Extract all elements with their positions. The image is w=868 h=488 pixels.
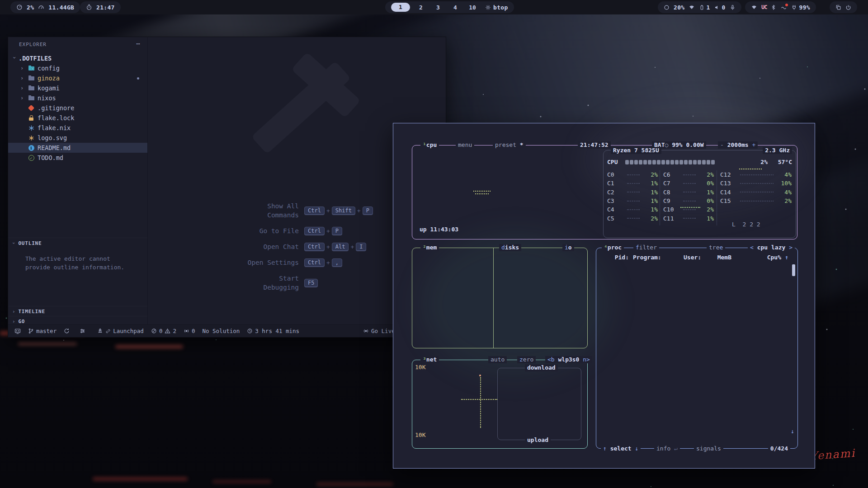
tree-root-dotfiles[interactable]: › .DOTFILES xyxy=(8,53,147,63)
broadcast-button[interactable]: 0 xyxy=(184,328,195,334)
core-row-c8: C81% xyxy=(663,188,714,197)
rocket-icon xyxy=(97,328,103,334)
net-auto-button[interactable]: auto xyxy=(488,356,507,363)
proc-scrollbar-thumb[interactable] xyxy=(792,264,795,276)
workspace-button-3[interactable]: 3 xyxy=(432,4,444,11)
clock-value: 21:47 xyxy=(96,4,115,11)
file-label: README.md xyxy=(38,144,71,151)
preset-button[interactable]: preset * xyxy=(493,141,526,149)
workspace-button-1[interactable]: 1 xyxy=(391,3,410,12)
core-graph-leader xyxy=(740,174,774,175)
power-icon xyxy=(845,5,851,10)
go-live-button[interactable]: Go Live xyxy=(363,328,395,334)
outline-section-header[interactable]: › OUTLINE xyxy=(8,238,147,248)
go-live-label: Go Live xyxy=(371,328,395,334)
launchpad-label: Launchpad xyxy=(113,328,144,334)
session-widget[interactable] xyxy=(830,1,857,13)
io-toggle[interactable]: io xyxy=(562,244,574,251)
problems-button[interactable]: 0 2 xyxy=(151,328,176,334)
cpu-box-title[interactable]: ¹cpu xyxy=(420,141,439,149)
core-name: C7 xyxy=(663,180,680,187)
net-zero-button[interactable]: zero xyxy=(517,356,536,363)
cpu-meter-block xyxy=(698,160,701,164)
cpu-meter-block xyxy=(630,160,633,164)
proc-info-hint[interactable]: info ↵ xyxy=(654,445,680,452)
workspace-button-2[interactable]: 2 xyxy=(415,4,427,11)
status-bar-waybar: 2% 11.44GB 21:47 123410 btop 20% 1 0 UC xyxy=(0,0,868,14)
launchpad-button[interactable]: Launchpad xyxy=(97,328,144,334)
wakatime-status[interactable]: 3 hrs 41 mins xyxy=(247,328,299,334)
tree-item-kogami[interactable]: ›kogami xyxy=(8,83,147,93)
core-row-c1: C11% xyxy=(607,179,658,188)
go-live-icon xyxy=(363,328,369,334)
scroll-down-arrow[interactable]: ↓ xyxy=(791,428,794,435)
core-row-c9: C90% xyxy=(663,197,714,205)
system-stats-widget[interactable]: 2% 11.44GB xyxy=(10,1,80,13)
vscode-statusbar: master Launchpad 0 2 0 No Solution 3 h xyxy=(8,324,446,337)
menu-button[interactable]: menu xyxy=(456,141,474,149)
cpu-meter-block xyxy=(675,160,679,164)
tree-item-readme-md[interactable]: iREADME.md xyxy=(8,143,147,153)
cpu-meter-block xyxy=(666,160,670,164)
plus-separator: + xyxy=(326,244,330,250)
warning-triangle-icon xyxy=(165,328,170,334)
solution-status[interactable]: No Solution xyxy=(202,328,240,334)
plus-separator: + xyxy=(350,244,354,250)
plus-separator: + xyxy=(326,207,330,214)
proc-table-header[interactable]: Pid: Program: User: MemB Cpu% ↑ xyxy=(600,253,788,262)
core-percent: 2% xyxy=(776,197,792,204)
tree-item-flake-nix[interactable]: flake.nix xyxy=(8,123,147,133)
core-percent: 0% xyxy=(698,180,714,187)
proc-sort-control[interactable]: < cpu lazy > xyxy=(748,244,795,251)
speaker-icon xyxy=(714,5,720,10)
core-column-3: C124%C1310%C144%C152% xyxy=(720,170,792,205)
proc-select-hint[interactable]: ↑ select ↓ xyxy=(601,445,641,452)
net-interface-switcher[interactable]: <b wlp3s0 n> xyxy=(545,356,592,363)
net-graph-baseline xyxy=(461,399,497,400)
btop-clock: 21:47:52 xyxy=(578,141,611,149)
tree-item--gitignore[interactable]: .gitignore xyxy=(8,103,147,113)
proc-tree-button[interactable]: tree xyxy=(707,244,725,251)
remote-window-button[interactable] xyxy=(14,328,21,334)
watermark-shortcut-row: Open SettingsCtrl+, xyxy=(206,258,369,267)
refresh-rate-control[interactable]: - 2000ms + xyxy=(718,141,758,149)
tree-item-config[interactable]: ›config xyxy=(8,63,147,73)
info-icon: i xyxy=(28,144,35,151)
ports-button[interactable] xyxy=(80,328,85,334)
workspace-button-10[interactable]: 10 xyxy=(466,4,479,11)
git-branch-button[interactable]: master xyxy=(28,328,57,334)
net-box-title[interactable]: ³net xyxy=(420,356,439,363)
cpu-meter-block xyxy=(634,160,638,164)
core-name: C11 xyxy=(663,215,680,222)
connectivity-widget[interactable]: UC 99% xyxy=(745,1,816,13)
chevron-down-icon: › xyxy=(11,241,17,244)
cpu-meter-block xyxy=(684,160,688,164)
core-row-c4: C41% xyxy=(607,205,658,214)
workspace-button-4[interactable]: 4 xyxy=(449,4,462,11)
audio-battery-widget[interactable]: 20% 1 0 xyxy=(658,1,741,13)
proc-signals-hint[interactable]: signals xyxy=(694,445,723,452)
tree-item-logo-svg[interactable]: logo.svg xyxy=(8,133,147,143)
broadcast-count: 0 xyxy=(192,328,195,334)
timeline-section-header[interactable]: › TIMELINE xyxy=(8,306,147,316)
branch-name: master xyxy=(36,328,57,334)
tree-item-nixos[interactable]: ›nixos xyxy=(8,93,147,103)
tree-item-todo-md[interactable]: ✓TODO.md xyxy=(8,153,147,163)
cpu-frequency: 2.3 GHz xyxy=(763,147,792,154)
tree-item-flake-lock[interactable]: flake.lock xyxy=(8,113,147,123)
sync-changes-button[interactable] xyxy=(64,328,70,334)
core-graph-leader xyxy=(740,183,774,184)
folder-icon xyxy=(28,75,35,82)
proc-box-title[interactable]: ⁴proc xyxy=(602,244,624,251)
cpu-meter-block xyxy=(661,160,665,164)
city-light-streak xyxy=(115,345,183,348)
proc-filter-button[interactable]: filter xyxy=(633,244,659,251)
clock-widget[interactable]: 21:47 xyxy=(80,1,121,13)
mem-box-title[interactable]: ²mem xyxy=(420,244,439,251)
core-row-c15: C152% xyxy=(720,197,792,205)
tree-item-ginoza[interactable]: ›ginoza xyxy=(8,73,147,83)
plus-separator: + xyxy=(326,259,330,266)
views-and-more-actions-button[interactable]: ⋯ xyxy=(136,40,140,48)
cpu-meter-block xyxy=(648,160,651,164)
disks-toggle[interactable]: disks xyxy=(499,244,521,251)
